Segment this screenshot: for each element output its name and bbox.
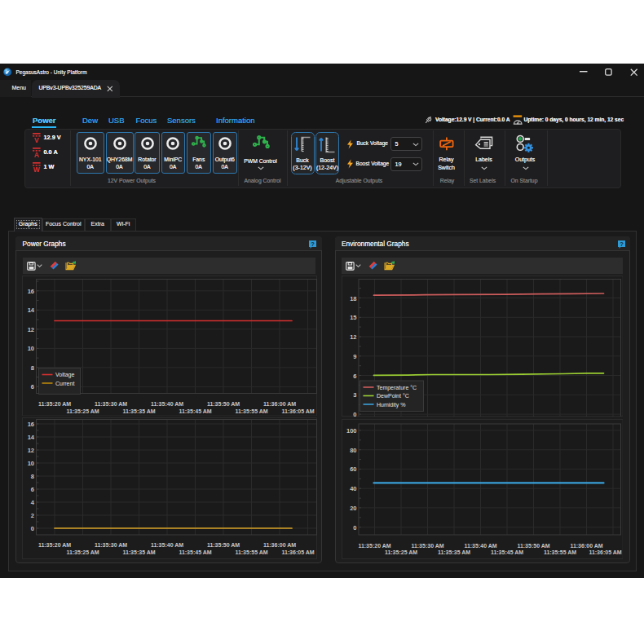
svg-text:11:36:05 AM: 11:36:05 AM — [281, 549, 314, 555]
svg-text:11:36:05 AM: 11:36:05 AM — [589, 549, 621, 555]
svg-text:11:35:50 AM: 11:35:50 AM — [206, 401, 239, 407]
svg-text:11:35:20 AM: 11:35:20 AM — [37, 542, 70, 548]
svg-text:11:35:55 AM: 11:35:55 AM — [235, 549, 267, 555]
svg-text:11:35:45 AM: 11:35:45 AM — [490, 549, 523, 555]
svg-text:9: 9 — [353, 352, 356, 359]
svg-text:11:35:35 AM: 11:35:35 AM — [122, 408, 155, 413]
svg-text:DewPoint °C: DewPoint °C — [377, 393, 409, 399]
svg-text:11:35:40 AM: 11:35:40 AM — [150, 401, 183, 407]
svg-text:11:35:25 AM: 11:35:25 AM — [66, 408, 99, 413]
svg-text:80: 80 — [350, 447, 356, 454]
svg-text:2: 2 — [30, 512, 33, 519]
svg-text:11:35:30 AM: 11:35:30 AM — [94, 542, 126, 548]
svg-text:40: 40 — [350, 485, 356, 492]
svg-text:11:35:25 AM: 11:35:25 AM — [384, 549, 417, 555]
svg-text:11:36:05 AM: 11:36:05 AM — [281, 408, 314, 413]
svg-text:6: 6 — [353, 372, 356, 379]
svg-text:3: 3 — [353, 391, 356, 399]
svg-text:10: 10 — [27, 345, 33, 352]
svg-text:100: 100 — [346, 427, 356, 434]
svg-text:11:35:50 AM: 11:35:50 AM — [206, 542, 239, 548]
svg-text:11:35:30 AM: 11:35:30 AM — [411, 543, 443, 549]
svg-text:0: 0 — [30, 525, 33, 532]
svg-text:12: 12 — [350, 333, 356, 341]
svg-text:60: 60 — [350, 465, 356, 473]
svg-text:Current: Current — [55, 380, 74, 386]
svg-text:11:35:50 AM: 11:35:50 AM — [517, 543, 549, 549]
svg-text:11:35:45 AM: 11:35:45 AM — [179, 408, 211, 413]
svg-text:11:35:40 AM: 11:35:40 AM — [150, 542, 183, 548]
svg-text:?: ? — [311, 240, 315, 248]
svg-text:14: 14 — [27, 307, 34, 314]
svg-text:8: 8 — [30, 364, 33, 371]
svg-text:11:35:30 AM: 11:35:30 AM — [94, 401, 126, 407]
svg-text:11:35:35 AM: 11:35:35 AM — [122, 549, 155, 555]
svg-text:0: 0 — [353, 524, 356, 532]
svg-text:6: 6 — [30, 383, 33, 390]
svg-text:12: 12 — [27, 325, 33, 333]
svg-text:11:35:55 AM: 11:35:55 AM — [235, 408, 267, 413]
svg-text:11:35:20 AM: 11:35:20 AM — [358, 543, 390, 549]
svg-text:14: 14 — [27, 434, 34, 441]
svg-text:12: 12 — [27, 447, 33, 454]
svg-text:11:35:20 AM: 11:35:20 AM — [37, 401, 70, 407]
svg-text:11:35:45 AM: 11:35:45 AM — [179, 549, 211, 555]
svg-text:11:35:40 AM: 11:35:40 AM — [464, 543, 496, 549]
svg-text:0: 0 — [353, 411, 356, 417]
svg-text:11:36:00 AM: 11:36:00 AM — [262, 401, 295, 407]
svg-text:?: ? — [620, 240, 624, 248]
svg-text:11:35:25 AM: 11:35:25 AM — [66, 549, 99, 555]
svg-text:15: 15 — [350, 314, 356, 321]
svg-text:11:36:00 AM: 11:36:00 AM — [570, 543, 602, 549]
svg-text:8: 8 — [30, 473, 33, 480]
svg-text:V: V — [33, 136, 38, 143]
svg-text:18: 18 — [350, 294, 356, 302]
svg-text:20: 20 — [350, 505, 356, 512]
svg-text:16: 16 — [27, 287, 33, 294]
svg-text:11:35:55 AM: 11:35:55 AM — [543, 549, 576, 555]
svg-text:16: 16 — [27, 421, 33, 428]
svg-text:6: 6 — [30, 486, 33, 493]
svg-text:Temperature °C: Temperature °C — [377, 384, 417, 390]
svg-text:10: 10 — [27, 460, 33, 467]
svg-text:Voltage: Voltage — [55, 372, 74, 378]
svg-text:11:36:00 AM: 11:36:00 AM — [262, 542, 295, 548]
svg-text:11:35:35 AM: 11:35:35 AM — [437, 549, 470, 555]
svg-text:Humidity %: Humidity % — [377, 401, 405, 408]
